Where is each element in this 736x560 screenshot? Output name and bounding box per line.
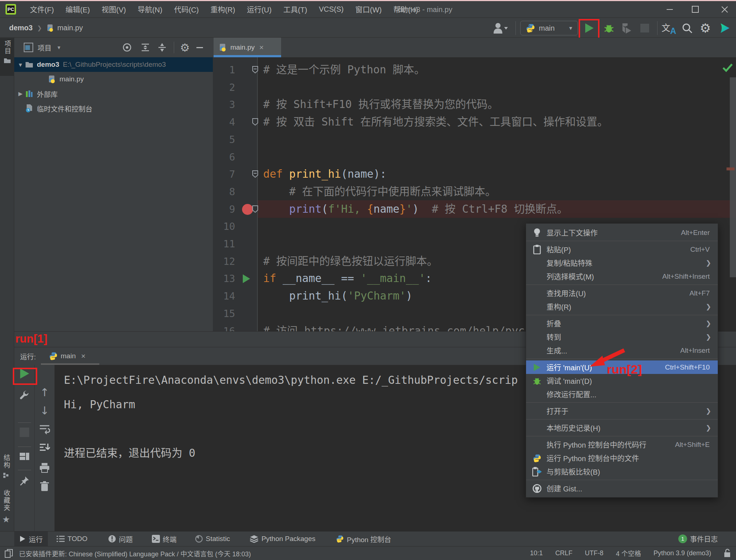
editor-scrollbar[interactable] <box>730 77 736 277</box>
context-menu-item-10[interactable]: 转到❯ <box>526 330 718 344</box>
context-menu-item-7[interactable]: 重构(R)❯ <box>526 300 718 313</box>
line-separator[interactable]: CRLF <box>555 549 572 557</box>
restore-layout-icon[interactable] <box>14 452 34 461</box>
status-right: 10:1 CRLF UTF-8 4 个空格 Python 3.9 (demo3) <box>530 546 731 560</box>
settings-gear-icon[interactable]: ⚙ <box>697 18 714 38</box>
breakpoint-dot[interactable] <box>242 204 253 215</box>
gear-icon[interactable]: ⚙ <box>180 41 190 54</box>
stop-button[interactable] <box>637 18 653 38</box>
submenu-arrow-icon: ❯ <box>706 333 711 341</box>
project-tree: ▼ demo3 E:\_GithubProjects\scripts\demo3… <box>14 57 213 116</box>
context-menu-item-9[interactable]: 折叠❯ <box>526 317 718 330</box>
menu-1[interactable]: 编辑(E) <box>60 1 96 18</box>
line-number: 7 <box>213 166 235 183</box>
project-header-label[interactable]: 项目 <box>38 43 51 53</box>
hide-panel-icon[interactable] <box>196 43 204 52</box>
menu-separator <box>526 313 718 317</box>
toolbar-separator <box>515 21 516 35</box>
pin-icon[interactable] <box>14 476 34 486</box>
run-tab-label[interactable]: main <box>61 352 76 360</box>
menu-9[interactable]: 窗口(W) <box>349 1 387 18</box>
context-menu-item-22[interactable]: 运行 Python 控制台中的文件 <box>526 451 718 465</box>
tree-row-file[interactable]: main.py <box>14 72 213 86</box>
editor-gutter[interactable]: 12345678910111213141516 <box>213 57 257 331</box>
print-icon[interactable] <box>35 463 54 473</box>
context-menu-item-0[interactable]: 显示上下文操作Alt+Enter <box>526 226 718 239</box>
user-profile-icon[interactable] <box>489 18 511 38</box>
menu-7[interactable]: 工具(T) <box>277 1 313 18</box>
edit-config-wrench-icon[interactable] <box>14 390 34 401</box>
toolwindow-item-6[interactable]: Python 控制台 <box>331 532 396 547</box>
menu-5[interactable]: 重构(R) <box>204 1 241 18</box>
breadcrumb-file[interactable]: main.py <box>57 24 83 32</box>
fold-marker[interactable] <box>252 118 258 126</box>
soft-wrap-icon[interactable] <box>35 424 54 434</box>
status-message[interactable]: 已安装插件更新: Chinese (Simplified) Language P… <box>19 549 251 558</box>
stripe-tab-project[interactable]: 项目 <box>0 38 14 76</box>
context-menu-item-3[interactable]: 复制/粘贴特殊❯ <box>526 256 718 270</box>
tree-row-scratches[interactable]: 临时文件和控制台 <box>14 101 213 116</box>
debug-button[interactable] <box>601 18 617 38</box>
search-everywhere-icon[interactable] <box>678 18 696 38</box>
context-menu-item-17[interactable]: 打开于❯ <box>526 404 718 418</box>
clear-trash-icon[interactable] <box>35 481 54 492</box>
context-menu-item-15[interactable]: 修改运行配置... <box>526 387 718 401</box>
interpreter[interactable]: Python 3.9 (demo3) <box>653 549 711 557</box>
chevron-collapsed-icon[interactable]: ▶ <box>16 90 25 97</box>
context-menu-item-21[interactable]: 执行 Python 控制台中的代码行Alt+Shift+E <box>526 438 718 451</box>
menu-0[interactable]: 文件(F) <box>24 1 60 18</box>
run-gutter-icon[interactable] <box>242 274 251 284</box>
caret-position[interactable]: 10:1 <box>530 549 543 557</box>
chevron-down-icon[interactable]: ▼ <box>57 45 61 50</box>
menu-6[interactable]: 运行(U) <box>241 1 277 18</box>
context-menu-item-25[interactable]: 创建 Gist... <box>526 482 718 495</box>
context-menu-item-2[interactable]: 粘贴(P)Ctrl+V <box>526 243 718 256</box>
close-icon[interactable]: ✕ <box>259 44 264 51</box>
minimize-button[interactable] <box>662 1 678 18</box>
toolwindow-item-5[interactable]: Python Packages <box>245 532 321 547</box>
menu-4[interactable]: 代码(C) <box>168 1 205 18</box>
chevron-expanded-icon[interactable]: ▼ <box>16 62 25 68</box>
down-stack-icon[interactable]: ↓ <box>35 404 54 417</box>
fold-marker[interactable] <box>252 170 258 178</box>
run-with-coverage-button[interactable] <box>618 18 635 38</box>
tree-row-project-root[interactable]: ▼ demo3 E:\_GithubProjects\scripts\demo3 <box>14 57 213 72</box>
run-configuration-select[interactable]: main ▼ <box>520 21 578 35</box>
gutter-fold-line <box>257 57 258 331</box>
context-menu-item-19[interactable]: 本地历史记录(H)❯ <box>526 421 718 435</box>
fold-marker[interactable] <box>252 205 258 213</box>
indent-setting[interactable]: 4 个空格 <box>616 548 641 558</box>
fold-marker[interactable] <box>252 66 258 74</box>
toolwindow-item-4[interactable]: Statistic <box>190 532 235 547</box>
tree-row-external-libraries[interactable]: ▶ 外部库 <box>14 86 213 101</box>
context-menu-item-4[interactable]: 列选择模式(M)Alt+Shift+Insert <box>526 270 718 283</box>
expand-all-icon[interactable] <box>140 42 150 53</box>
maximize-button[interactable] <box>687 1 704 18</box>
context-menu-item-6[interactable]: 查找用法(U)Alt+F7 <box>526 286 718 300</box>
code-with-me-icon[interactable] <box>716 18 734 38</box>
collapse-all-icon[interactable] <box>157 42 167 53</box>
stop-button[interactable] <box>14 428 34 437</box>
toolwindow-item-1[interactable]: TODO <box>51 532 93 547</box>
encoding[interactable]: UTF-8 <box>585 549 603 557</box>
close-button[interactable] <box>716 1 733 18</box>
toolwindow-item-2[interactable]: 问题 <box>103 532 138 547</box>
locate-file-icon[interactable] <box>122 42 132 53</box>
translate-icon[interactable]: 文A <box>660 18 678 38</box>
menu-3[interactable]: 导航(N) <box>132 1 168 18</box>
close-icon[interactable]: ✕ <box>81 353 85 360</box>
stripe-tab-structure[interactable]: 结构 <box>1 454 11 478</box>
toolwindow-item-3[interactable]: 终端 <box>147 532 182 547</box>
stripe-tab-favorites[interactable]: 收藏夹 ★ <box>1 490 11 525</box>
menu-2[interactable]: 视图(V) <box>96 1 132 18</box>
context-menu-item-23[interactable]: 与剪贴板比较(B) <box>526 465 718 478</box>
editor-tab-mainpy[interactable]: main.py ✕ <box>214 38 281 57</box>
up-stack-icon[interactable]: ↑ <box>35 386 54 399</box>
lock-icon[interactable] <box>724 548 731 558</box>
menu-8[interactable]: VCS(S) <box>313 1 350 18</box>
breadcrumb-project[interactable]: demo3 <box>9 24 32 32</box>
scroll-to-end-icon[interactable] <box>35 443 54 453</box>
copy-icon[interactable] <box>4 549 14 558</box>
toolwindow-run[interactable]: 运行 <box>14 532 48 547</box>
event-log-button[interactable]: 1 事件日志 <box>678 531 718 546</box>
